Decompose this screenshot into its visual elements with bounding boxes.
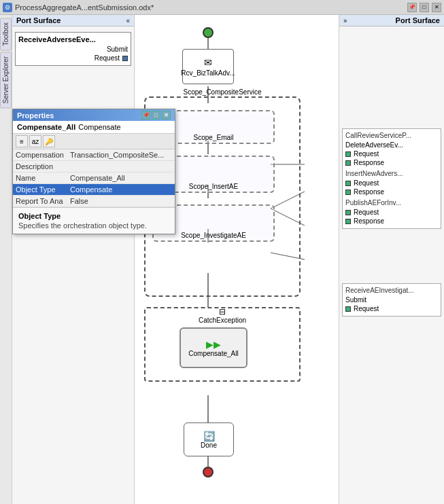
compensate-all-shape[interactable]: ▶▶ Compensate_All [180,327,247,368]
publish-request-port: Request [345,208,438,217]
prop-object-type: Compensate [78,123,120,131]
delete-response-port: Response [345,158,438,167]
prop-label-name: Name [13,173,67,184]
prop-pin-button[interactable]: 📌 [141,111,150,120]
rcv-label: Rcv_BizTalkAdv... [181,69,235,77]
rcv-icon: ✉ [204,57,212,68]
prop-title-bar: Properties 📌 □ ✕ [13,109,175,121]
prop-categorized-button[interactable]: ≡ [16,135,28,147]
insert-request-conn [345,181,351,186]
publish-ae-title: PublishAEForInv... [345,199,438,206]
delete-adverse-port: DeleteAdverseEv... [345,141,438,149]
publish-response-port: Response [345,217,438,226]
publish-request-conn [345,210,351,215]
scope-investigate-label: Scope_InvestigateAE [181,232,246,239]
prop-alphabetical-button[interactable]: az [29,135,41,147]
start-node [203,27,214,38]
insert-response-port: Response [345,187,438,196]
submit-label: Submit [107,46,128,53]
file-icon: ⚙ [3,3,12,12]
server-explorer-tab[interactable]: Server Explorer [0,52,12,108]
pin-button[interactable]: 📌 [407,3,417,12]
insert-new-group: InsertNewAdvers... Request Response [345,170,438,196]
prop-object-name: Compensate_All [17,123,75,131]
prop-row-report: Report To Ana False [13,196,175,207]
publish-response-label: Response [354,217,384,225]
prop-val-report[interactable]: False [67,196,175,207]
catch-label: CatchException [197,317,247,324]
right-port-surface: » Port Surface CallReviewServiceP... Del… [339,15,444,504]
title-bar: ⚙ ProcessAggregateA...entSubmission.odx*… [0,0,444,15]
prop-float-button[interactable]: □ [152,111,160,120]
canvas-area: ✉ Rcv_BizTalkAdv... Scope_CompositeServi… [135,15,339,504]
prop-footer-title: Object Type [18,212,169,220]
prop-close-button[interactable]: ✕ [162,111,171,120]
delete-response-label: Response [354,159,384,166]
catch-icon: ⊟ [219,307,226,317]
left-port-box-title: ReceiveAdverseEve... [18,35,128,43]
call-review-title: CallReviewServiceP... [345,132,438,139]
left-collapse-button[interactable]: « [126,17,130,24]
delete-response-conn [345,160,351,166]
receive-request-label: Request [354,305,379,312]
receive-request-port: Request [345,304,438,313]
receive-ae-title: ReceiveAEInvestigat... [345,287,438,294]
request-connector [122,56,128,61]
prop-label-description: Description [13,161,67,173]
left-port-box: ReceiveAdverseEve... Submit Request [15,32,131,66]
receive-submit-label: Submit [345,296,366,304]
close-button[interactable]: ✕ [432,3,441,12]
right-port-surface-title: Port Surface [396,16,440,24]
scope-email-label: Scope_Email [194,134,234,141]
insert-new-title: InsertNewAdvers... [345,170,438,177]
done-label: Done [201,442,217,449]
compensate-label: Compensate_All [188,350,238,357]
left-port-surface-header: Port Surface « [12,15,134,26]
prop-val-name[interactable]: Compensate_All [67,173,175,184]
title-text: ProcessAggregateA...entSubmission.odx* [15,3,405,12]
right-collapse-button[interactable]: » [343,17,347,24]
insert-request-label: Request [354,179,379,187]
receive-request-conn [345,306,351,312]
properties-panel: Properties 📌 □ ✕ Compensate_All Compensa… [12,109,175,234]
prop-row-compensation: Compensation Transaction_CompositeSe... [13,149,175,161]
prop-footer-desc: Specifies the orchestration object type. [18,221,169,230]
left-sidebar-tabs: Toolbox Server Explorer [0,15,12,504]
prop-title-buttons: 📌 □ ✕ [141,111,171,120]
publish-response-conn [345,219,351,224]
end-node [203,467,214,478]
prop-properties-button[interactable]: 🔑 [43,135,55,147]
submit-port: Submit [18,45,128,54]
insert-response-label: Response [354,188,384,196]
delete-request-conn [345,151,351,157]
prop-row-description: Description [13,161,175,173]
prop-label-compensation: Compensation [13,149,67,161]
request-label: Request [95,54,120,62]
compensate-icon: ▶▶ [206,339,221,350]
scope-composite-label: Scope_CompositeService [183,88,261,96]
prop-table: Compensation Transaction_CompositeSe... … [13,149,175,207]
prop-row-name: Name Compensate_All [13,173,175,184]
insert-response-conn [345,190,351,195]
left-port-surface: Port Surface « ReceiveAdverseEve... Subm… [12,15,135,504]
scope-insert-label: Scope_InsertAE [189,183,238,190]
catch-header: ⊟ CatchException [197,307,247,324]
delete-request-port: Request [345,149,438,158]
publish-ae-group: PublishAEForInv... Request Response [345,199,438,226]
delete-adverse-label: DeleteAdverseEv... [345,141,403,149]
float-button[interactable]: □ [420,3,429,12]
publish-request-label: Request [354,209,379,216]
done-shape[interactable]: 🔄 Done [184,422,234,456]
prop-val-description[interactable] [67,161,175,173]
call-review-group: CallReviewServiceP... DeleteAdverseEv...… [342,128,441,229]
insert-request-port: Request [345,179,438,187]
rcv-biztalk-node[interactable]: ✉ Rcv_BizTalkAdv... [182,49,234,84]
prop-toolbar: ≡ az 🔑 [13,134,175,149]
prop-val-object-type[interactable]: Compensate [67,184,175,196]
receive-submit-port: Submit [345,295,438,304]
prop-label-object-type: Object Type [13,184,67,196]
catch-exception-box[interactable]: ⊟ CatchException ▶▶ Compensate_All [144,307,301,382]
prop-val-compensation[interactable]: Transaction_CompositeSe... [67,149,175,161]
toolbox-tab[interactable]: Toolbox [0,18,12,50]
prop-title: Properties [17,111,54,120]
